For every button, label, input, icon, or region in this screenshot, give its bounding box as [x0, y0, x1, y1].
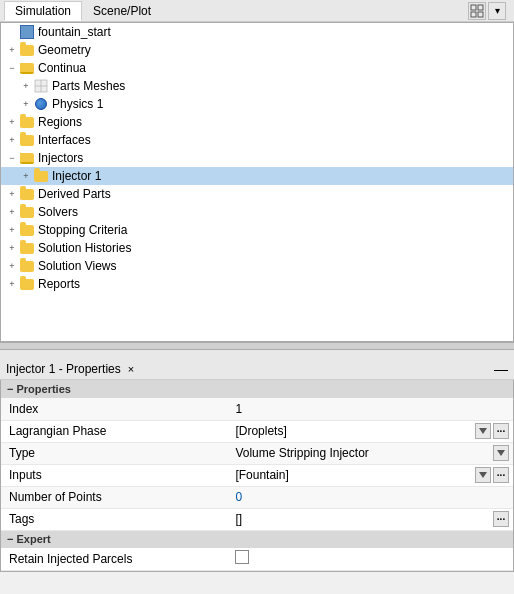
toolbar-icons: ▾	[468, 2, 506, 20]
properties-close-btn[interactable]: ×	[125, 363, 137, 375]
injector1-folder-icon	[33, 168, 49, 184]
tree-item-stopping-criteria[interactable]: + Stopping Criteria	[1, 221, 513, 239]
regions-folder-icon	[19, 114, 35, 130]
tags-btns: ···	[493, 511, 509, 527]
expert-collapse-icon: −	[7, 533, 13, 545]
root-icon	[19, 24, 35, 40]
tree-item-derived-parts[interactable]: + Derived Parts	[1, 185, 513, 203]
derived-parts-folder-icon	[19, 186, 35, 202]
solution-views-expander[interactable]: +	[5, 259, 19, 273]
inputs-cell: [Fountain] ···	[235, 467, 509, 483]
reports-label: Reports	[38, 277, 80, 291]
prop-label-type: Type	[1, 442, 231, 464]
prop-value-lagrangian-phase[interactable]: [Droplets] ···	[231, 420, 513, 442]
tree-item-injector1[interactable]: + Injector 1	[1, 167, 513, 185]
solution-histories-label: Solution Histories	[38, 241, 131, 255]
derived-parts-expander[interactable]: +	[5, 187, 19, 201]
section-header-expert[interactable]: − Expert	[1, 530, 513, 548]
prop-value-tags[interactable]: [] ···	[231, 508, 513, 530]
section-properties-label: Properties	[17, 383, 71, 395]
regions-expander[interactable]: +	[5, 115, 19, 129]
interfaces-expander[interactable]: +	[5, 133, 19, 147]
type-dropdown-btn[interactable]	[493, 445, 509, 461]
continua-expander[interactable]: −	[5, 61, 19, 75]
geometry-label: Geometry	[38, 43, 91, 57]
properties-panel-header: Injector 1 - Properties × —	[0, 358, 514, 380]
tags-cell: [] ···	[235, 511, 509, 527]
inputs-btns: ···	[475, 467, 509, 483]
interfaces-label: Interfaces	[38, 133, 91, 147]
stopping-criteria-expander[interactable]: +	[5, 223, 19, 237]
prop-row-index: Index 1	[1, 398, 513, 420]
prop-value-index: 1	[231, 398, 513, 420]
tab-simulation[interactable]: Simulation	[4, 1, 82, 21]
lagrangian-phase-cell: [Droplets] ···	[235, 423, 509, 439]
tree-item-physics1[interactable]: + Physics 1	[1, 95, 513, 113]
geometry-expander[interactable]: +	[5, 43, 19, 57]
tree-root[interactable]: fountain_start	[1, 23, 513, 41]
tree-item-continua[interactable]: − Continua	[1, 59, 513, 77]
solvers-label: Solvers	[38, 205, 78, 219]
section-expert-label: Expert	[17, 533, 51, 545]
inputs-ellipsis-btn[interactable]: ···	[493, 467, 509, 483]
inputs-text: [Fountain]	[235, 468, 288, 482]
tree-item-solution-histories[interactable]: + Solution Histories	[1, 239, 513, 257]
properties-minimize-btn[interactable]: —	[494, 362, 508, 376]
physics1-expander[interactable]: +	[19, 97, 33, 111]
prop-row-num-points: Number of Points 0	[1, 486, 513, 508]
tree-item-interfaces[interactable]: + Interfaces	[1, 131, 513, 149]
regions-label: Regions	[38, 115, 82, 129]
prop-row-tags: Tags [] ···	[1, 508, 513, 530]
tree-item-parts-meshes[interactable]: + Parts Meshes	[1, 77, 513, 95]
tree-item-solvers[interactable]: + Solvers	[1, 203, 513, 221]
reports-expander[interactable]: +	[5, 277, 19, 291]
top-tab-bar: Simulation Scene/Plot ▾	[0, 0, 514, 22]
solvers-folder-icon	[19, 204, 35, 220]
prop-value-retain-parcels[interactable]	[231, 548, 513, 570]
lagrangian-phase-dropdown-btn[interactable]	[475, 423, 491, 439]
root-expander	[5, 25, 19, 39]
tags-ellipsis-btn[interactable]: ···	[493, 511, 509, 527]
parts-meshes-expander[interactable]: +	[19, 79, 33, 93]
solution-views-label: Solution Views	[38, 259, 117, 273]
tab-scene-plot[interactable]: Scene/Plot	[82, 1, 162, 21]
lagrangian-phase-ellipsis-btn[interactable]: ···	[493, 423, 509, 439]
retain-parcels-checkbox[interactable]	[235, 550, 249, 564]
stopping-criteria-label: Stopping Criteria	[38, 223, 127, 237]
injectors-folder-icon	[19, 150, 35, 166]
type-cell: Volume Stripping Injector	[235, 445, 509, 461]
injectors-expander[interactable]: −	[5, 151, 19, 165]
physics1-label: Physics 1	[52, 97, 103, 111]
continua-folder-icon	[19, 60, 35, 76]
panel-separator[interactable]	[0, 342, 514, 350]
layout-icon-btn[interactable]	[468, 2, 486, 20]
prop-label-num-points: Number of Points	[1, 486, 231, 508]
inputs-dropdown-btn[interactable]	[475, 467, 491, 483]
section-header-properties[interactable]: − Properties	[1, 380, 513, 398]
injector1-label: Injector 1	[52, 169, 101, 183]
svg-rect-1	[478, 5, 483, 10]
tree-item-geometry[interactable]: + Geometry	[1, 41, 513, 59]
prop-row-type: Type Volume Stripping Injector	[1, 442, 513, 464]
dropdown-chevron: ▾	[495, 5, 500, 16]
prop-value-type[interactable]: Volume Stripping Injector	[231, 442, 513, 464]
prop-value-inputs[interactable]: [Fountain] ···	[231, 464, 513, 486]
tree-item-regions[interactable]: + Regions	[1, 113, 513, 131]
prop-label-tags: Tags	[1, 508, 231, 530]
svg-marker-9	[479, 472, 487, 478]
tree-item-solution-views[interactable]: + Solution Views	[1, 257, 513, 275]
dropdown-icon-btn[interactable]: ▾	[488, 2, 506, 20]
tree-item-reports[interactable]: + Reports	[1, 275, 513, 293]
section-collapse-icon: −	[7, 383, 13, 395]
solvers-expander[interactable]: +	[5, 205, 19, 219]
type-text: Volume Stripping Injector	[235, 446, 368, 460]
tree-item-injectors[interactable]: − Injectors	[1, 149, 513, 167]
type-btns	[493, 445, 509, 461]
solution-histories-expander[interactable]: +	[5, 241, 19, 255]
prop-value-num-points: 0	[231, 486, 513, 508]
prop-label-inputs: Inputs	[1, 464, 231, 486]
tags-text: []	[235, 512, 242, 526]
prop-row-lagrangian-phase: Lagrangian Phase [Droplets] ···	[1, 420, 513, 442]
prop-row-retain-parcels: Retain Injected Parcels	[1, 548, 513, 570]
injector1-expander[interactable]: +	[19, 169, 33, 183]
